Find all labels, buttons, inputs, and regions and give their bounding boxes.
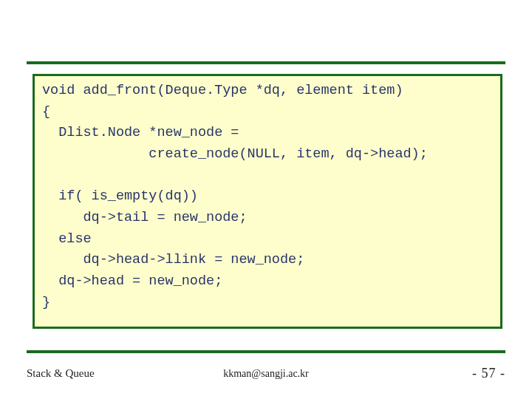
code-line: dq->head = new_node; — [42, 273, 222, 289]
page-number: - 57 - — [472, 366, 505, 381]
top-divider — [27, 61, 505, 64]
code-line: dq->tail = new_node; — [42, 210, 248, 225]
code-line: { — [42, 104, 50, 120]
code-line: if( is_empty(dq)) — [42, 188, 198, 204]
code-line: } — [42, 295, 50, 310]
code-line: Dlist.Node *new_node = — [42, 125, 239, 140]
slide: void add_front(Deque.Type *dq, element i… — [0, 0, 532, 399]
code-box: void add_front(Deque.Type *dq, element i… — [33, 74, 502, 329]
code-line: void add_front(Deque.Type *dq, element i… — [42, 83, 403, 98]
bottom-divider — [27, 350, 505, 353]
code-line: create_node(NULL, item, dq->head); — [42, 146, 428, 162]
code-line: else — [42, 231, 92, 247]
footer-center: kkman@sangji.ac.kr — [0, 368, 532, 380]
code-line: dq->head->llink = new_node; — [42, 252, 304, 267]
